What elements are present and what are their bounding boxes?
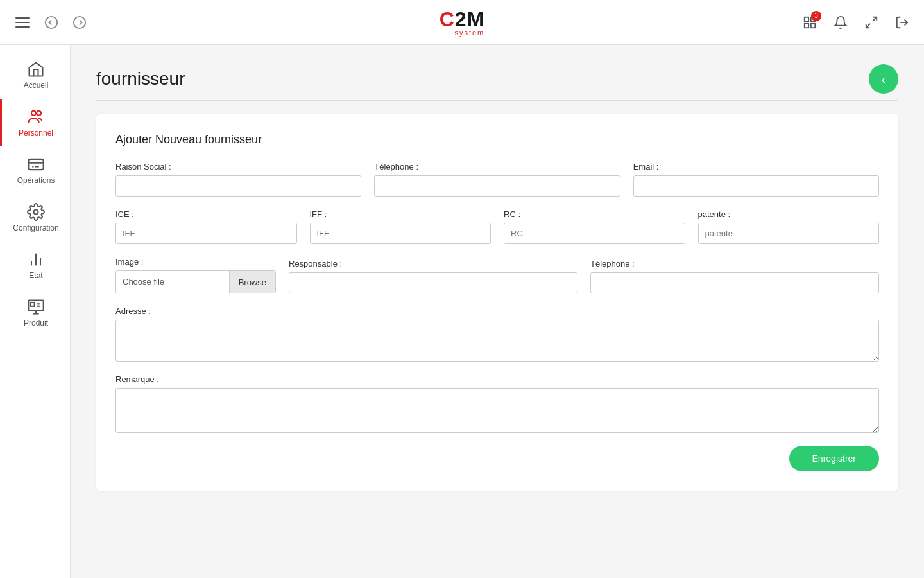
- sidebar-label-configuration: Configuration: [13, 223, 58, 232]
- image-label: Image :: [116, 257, 276, 267]
- email-input[interactable]: [633, 175, 879, 197]
- raison-social-label: Raison Social :: [116, 162, 361, 171]
- svg-point-15: [34, 210, 38, 215]
- form-row-3: Image : Choose file Browse Responsable :…: [116, 257, 879, 293]
- rc-input[interactable]: [504, 223, 685, 244]
- enregistrer-button[interactable]: Enregistrer: [789, 446, 879, 471]
- logo-2m: 2M: [455, 8, 484, 31]
- patente-label: patente :: [698, 209, 880, 219]
- browse-button[interactable]: Browse: [229, 271, 275, 293]
- sidebar-item-produit[interactable]: Produit: [0, 289, 70, 337]
- svg-point-1: [74, 16, 85, 28]
- navbar: C2M system 3: [0, 0, 924, 45]
- navbar-logo: C2M system: [440, 8, 485, 37]
- navbar-left: [13, 13, 89, 31]
- sidebar-label-accueil: Accueil: [24, 81, 49, 90]
- form-row-1: Raison Social : Téléphone : Email :: [116, 162, 879, 197]
- telephone-input[interactable]: [374, 175, 620, 197]
- sidebar-item-accueil[interactable]: Accueil: [0, 51, 70, 99]
- form-group-ice: ICE :: [116, 209, 297, 244]
- forward-nav-icon[interactable]: [71, 13, 89, 31]
- svg-rect-5: [811, 23, 815, 27]
- patente-input[interactable]: [698, 223, 880, 244]
- iff-input[interactable]: [310, 223, 492, 244]
- page-header: fournisseur ‹: [96, 64, 898, 94]
- sidebar-item-configuration[interactable]: Configuration: [0, 194, 70, 241]
- sidebar-label-produit: Produit: [24, 319, 48, 328]
- form-footer: Enregistrer: [116, 446, 879, 471]
- remarque-textarea[interactable]: [116, 388, 879, 433]
- iff-label: IFF :: [310, 209, 492, 219]
- main-content: fournisseur ‹ Ajouter Nouveau fournisseu…: [71, 45, 924, 578]
- svg-rect-2: [805, 17, 809, 21]
- back-nav-icon[interactable]: [42, 13, 60, 31]
- main-layout: Accueil Personnel Opérations: [0, 45, 924, 578]
- telephone-label: Téléphone :: [374, 162, 620, 171]
- form-group-patente: patente :: [698, 209, 880, 244]
- svg-rect-4: [805, 23, 809, 27]
- form-row-5: Remarque :: [116, 374, 879, 433]
- adresse-textarea[interactable]: [116, 320, 879, 362]
- logout-icon[interactable]: [893, 13, 911, 31]
- form-row-2: ICE : IFF : RC : patente :: [116, 209, 879, 244]
- notification-badge: 3: [811, 11, 821, 21]
- chevron-left-icon: ‹: [882, 72, 886, 87]
- email-label: Email :: [633, 162, 879, 171]
- form-group-iff: IFF :: [310, 209, 492, 244]
- form-group-raison: Raison Social :: [116, 162, 361, 197]
- sidebar-label-operations: Opérations: [17, 176, 55, 185]
- form-group-remarque: Remarque :: [116, 374, 879, 433]
- back-button[interactable]: ‹: [869, 64, 898, 94]
- hamburger-icon[interactable]: [13, 15, 32, 30]
- divider: [96, 100, 898, 101]
- sidebar-item-operations[interactable]: Opérations: [0, 146, 70, 194]
- form-row-4: Adresse :: [116, 306, 879, 362]
- logo-c: C: [440, 8, 455, 31]
- grid-icon[interactable]: 3: [801, 13, 819, 31]
- sidebar: Accueil Personnel Opérations: [0, 45, 71, 578]
- sidebar-label-personnel: Personnel: [19, 128, 53, 137]
- telephone2-label: Téléphone :: [590, 259, 879, 268]
- form-group-rc: RC :: [504, 209, 685, 244]
- ice-input[interactable]: [116, 223, 297, 244]
- bell-icon[interactable]: [832, 13, 850, 31]
- svg-rect-11: [28, 159, 43, 170]
- svg-point-9: [31, 111, 36, 116]
- responsable-input[interactable]: [289, 272, 578, 293]
- navbar-right: 3: [801, 13, 911, 31]
- sidebar-item-etat[interactable]: Etat: [0, 241, 70, 289]
- sidebar-item-personnel[interactable]: Personnel: [0, 99, 70, 146]
- choose-file-text: Choose file: [116, 270, 229, 293]
- form-group-responsable: Responsable :: [289, 259, 578, 293]
- form-card: Ajouter Nouveau fournisseur Raison Socia…: [96, 114, 898, 491]
- svg-line-6: [873, 17, 877, 21]
- svg-rect-22: [31, 302, 35, 306]
- form-group-email: Email :: [633, 162, 879, 197]
- telephone2-input[interactable]: [590, 272, 879, 293]
- form-group-telephone: Téléphone :: [374, 162, 620, 197]
- form-group-adresse: Adresse :: [116, 306, 879, 362]
- ice-label: ICE :: [116, 209, 297, 219]
- page-title: fournisseur: [96, 69, 185, 89]
- rc-label: RC :: [504, 209, 685, 219]
- raison-social-input[interactable]: [116, 175, 361, 197]
- svg-point-10: [37, 111, 41, 116]
- sidebar-label-etat: Etat: [29, 271, 42, 280]
- adresse-label: Adresse :: [116, 306, 879, 316]
- svg-point-0: [46, 16, 57, 28]
- form-section-title: Ajouter Nouveau fournisseur: [116, 133, 879, 146]
- file-input-wrapper: Choose file Browse: [116, 270, 276, 293]
- remarque-label: Remarque :: [116, 374, 879, 384]
- responsable-label: Responsable :: [289, 259, 578, 268]
- svg-line-7: [866, 23, 870, 27]
- form-group-image: Image : Choose file Browse: [116, 257, 276, 293]
- form-group-telephone2: Téléphone :: [590, 259, 879, 293]
- fullscreen-icon[interactable]: [862, 13, 880, 31]
